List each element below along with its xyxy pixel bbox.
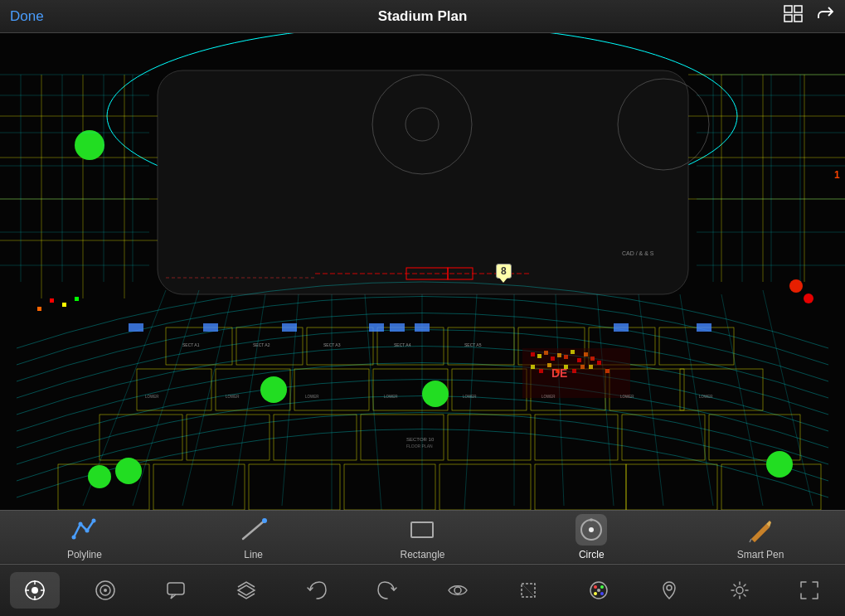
smart-pen-label: Smart Pen bbox=[737, 549, 784, 560]
svg-point-84 bbox=[75, 130, 104, 160]
svg-text:SECT A3: SECT A3 bbox=[323, 342, 341, 347]
svg-point-180 bbox=[104, 589, 107, 592]
svg-point-190 bbox=[597, 589, 600, 592]
rectangle-label: Rectangle bbox=[400, 549, 444, 560]
svg-text:LOWER: LOWER bbox=[384, 395, 398, 399]
circle-tool[interactable]: Circle bbox=[507, 514, 676, 560]
svg-rect-117 bbox=[62, 303, 66, 307]
svg-rect-118 bbox=[75, 297, 79, 301]
svg-text:SECT A4: SECT A4 bbox=[394, 342, 411, 347]
palette-tool[interactable] bbox=[574, 572, 624, 609]
header: Done Stadium Plan bbox=[0, 0, 845, 33]
svg-rect-102 bbox=[571, 350, 575, 354]
svg-rect-101 bbox=[564, 355, 568, 359]
svg-text:SECTOR 10: SECTOR 10 bbox=[406, 437, 435, 442]
share-icon[interactable] bbox=[815, 5, 835, 27]
svg-point-187 bbox=[600, 585, 604, 589]
svg-point-188 bbox=[600, 592, 604, 595]
circle-icon bbox=[575, 514, 607, 546]
line-tool[interactable]: Line bbox=[169, 514, 338, 560]
blueprint-canvas: DE SECT A1 SECT A2 SECT A3 SECT bbox=[0, 33, 845, 510]
svg-text:FLOOR PLAN: FLOOR PLAN bbox=[406, 444, 433, 449]
svg-rect-115 bbox=[605, 369, 609, 373]
svg-rect-99 bbox=[551, 357, 555, 361]
svg-text:SECT A1: SECT A1 bbox=[182, 342, 200, 347]
polyline-label: Polyline bbox=[67, 549, 102, 560]
svg-rect-98 bbox=[544, 351, 548, 355]
svg-rect-83 bbox=[697, 323, 711, 332]
svg-point-186 bbox=[594, 585, 597, 589]
select-tool[interactable] bbox=[10, 572, 60, 609]
svg-point-163 bbox=[85, 528, 89, 532]
grid-icon[interactable] bbox=[784, 5, 804, 27]
svg-rect-76 bbox=[129, 323, 143, 332]
svg-point-189 bbox=[594, 592, 597, 595]
svg-point-86 bbox=[422, 381, 449, 407]
svg-point-170 bbox=[590, 518, 593, 521]
svg-point-161 bbox=[71, 535, 75, 539]
svg-point-191 bbox=[667, 585, 672, 590]
line-icon bbox=[238, 514, 270, 546]
svg-point-120 bbox=[789, 279, 803, 293]
svg-text:LOWER: LOWER bbox=[541, 395, 556, 399]
svg-rect-79 bbox=[369, 323, 384, 332]
svg-rect-107 bbox=[539, 369, 543, 373]
svg-rect-78 bbox=[282, 323, 297, 332]
svg-text:LOWER: LOWER bbox=[226, 395, 240, 399]
svg-rect-0 bbox=[784, 6, 792, 12]
svg-rect-3 bbox=[794, 15, 802, 22]
eye-tool[interactable] bbox=[433, 572, 483, 609]
rectangle-icon bbox=[406, 514, 438, 546]
svg-rect-114 bbox=[597, 361, 601, 365]
svg-rect-109 bbox=[556, 369, 560, 373]
svg-point-93 bbox=[766, 451, 793, 478]
svg-rect-111 bbox=[572, 369, 576, 373]
undo-tool[interactable] bbox=[292, 572, 342, 609]
polyline-tool[interactable]: Polyline bbox=[0, 514, 169, 560]
svg-rect-103 bbox=[577, 358, 581, 362]
svg-rect-100 bbox=[557, 353, 561, 357]
svg-rect-81 bbox=[415, 323, 430, 332]
svg-point-182 bbox=[454, 587, 461, 594]
redo-tool[interactable] bbox=[362, 572, 412, 609]
svg-rect-113 bbox=[589, 365, 593, 369]
svg-rect-96 bbox=[531, 352, 535, 357]
fullscreen-tool[interactable] bbox=[784, 572, 834, 609]
canvas-area[interactable]: DE SECT A1 SECT A2 SECT A3 SECT bbox=[0, 33, 845, 510]
svg-text:LOWER: LOWER bbox=[620, 395, 634, 399]
smart-pen-icon bbox=[745, 514, 776, 546]
circle-label: Circle bbox=[579, 549, 605, 560]
svg-rect-1 bbox=[794, 6, 802, 12]
drawing-tools-bar: Polyline Line Rectangle bbox=[0, 510, 845, 564]
layers-view-tool[interactable] bbox=[80, 572, 130, 609]
svg-rect-116 bbox=[50, 298, 54, 303]
svg-rect-106 bbox=[531, 365, 535, 369]
layers-tool[interactable] bbox=[221, 572, 271, 609]
svg-rect-97 bbox=[537, 354, 541, 358]
line-label: Line bbox=[244, 549, 263, 560]
settings-tool[interactable] bbox=[715, 572, 765, 609]
smart-pen-tool[interactable]: Smart Pen bbox=[676, 514, 845, 560]
svg-rect-167 bbox=[411, 522, 433, 537]
svg-rect-181 bbox=[168, 583, 184, 594]
svg-text:LOWER: LOWER bbox=[305, 395, 319, 399]
svg-text:LOWER: LOWER bbox=[145, 395, 159, 399]
pin-tool[interactable] bbox=[644, 572, 694, 609]
done-button[interactable]: Done bbox=[10, 8, 44, 25]
svg-line-171 bbox=[750, 539, 751, 542]
svg-point-88 bbox=[115, 458, 142, 484]
page-title: Stadium Plan bbox=[378, 8, 468, 25]
badge-8: 8 bbox=[496, 264, 512, 279]
svg-point-166 bbox=[262, 518, 267, 523]
svg-point-169 bbox=[589, 527, 594, 532]
svg-point-164 bbox=[91, 518, 95, 522]
crop-tool[interactable] bbox=[503, 572, 553, 609]
svg-text:LOWER: LOWER bbox=[699, 395, 713, 399]
svg-rect-2 bbox=[784, 15, 792, 22]
svg-line-184 bbox=[522, 584, 535, 597]
rectangle-tool[interactable]: Rectangle bbox=[338, 514, 507, 560]
svg-rect-108 bbox=[547, 363, 551, 367]
svg-rect-112 bbox=[580, 365, 585, 369]
svg-point-85 bbox=[260, 376, 287, 403]
comment-tool[interactable] bbox=[151, 572, 201, 609]
